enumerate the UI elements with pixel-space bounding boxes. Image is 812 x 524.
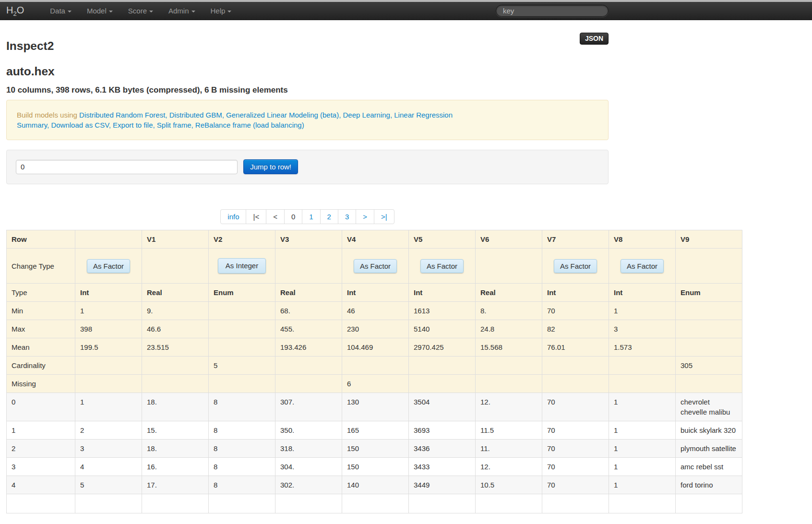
- stat-cell: Int: [342, 284, 409, 302]
- data-cell: 350.: [275, 421, 342, 440]
- stat-cell: [476, 357, 542, 375]
- stat-row-missing: Missing6: [7, 375, 742, 393]
- as-factor-button[interactable]: As Factor: [354, 259, 397, 273]
- stat-cell: 82: [542, 320, 609, 338]
- stat-cell: Enum: [676, 284, 742, 302]
- row-number-input[interactable]: [16, 160, 238, 174]
- pagination-next[interactable]: >: [356, 210, 374, 224]
- stat-cell: 230: [342, 320, 409, 338]
- data-cell: 3504: [409, 393, 476, 421]
- column-header-v1: V1: [142, 230, 209, 249]
- data-cell: 8: [209, 458, 275, 476]
- data-cell: 3693: [409, 421, 476, 440]
- link-distributed-random-forest[interactable]: Distributed Random Forest,: [79, 111, 167, 119]
- nav-menu-model[interactable]: Model: [79, 2, 120, 19]
- data-cell: 165: [342, 421, 409, 440]
- row-label: Missing: [7, 375, 75, 393]
- stat-cell: 46.6: [142, 320, 209, 338]
- data-cell: [609, 494, 676, 513]
- nav-menu-list: DataModelScoreAdminHelp: [42, 2, 239, 19]
- stat-cell: [409, 357, 476, 375]
- data-cell: 1: [609, 421, 676, 440]
- link-rebalance-frame-load-balancing[interactable]: ReBalance frame (load balancing): [195, 121, 304, 129]
- nav-menu-help[interactable]: Help: [203, 2, 239, 19]
- link-deep-learning[interactable]: Deep Learning,: [343, 111, 393, 119]
- data-cell: [542, 494, 609, 513]
- data-cell: 18.: [142, 440, 209, 458]
- pagination-page-1[interactable]: 1: [302, 210, 320, 224]
- data-cell: 1: [75, 393, 142, 421]
- data-cell: 15.: [142, 421, 209, 440]
- stat-cell: 3: [609, 320, 676, 338]
- stat-cell: 305: [676, 357, 742, 375]
- h2o-logo[interactable]: H2O: [6, 5, 24, 17]
- stat-cell: 76.01: [542, 338, 609, 357]
- stat-cell: Real: [275, 284, 342, 302]
- data-cell: 70: [542, 393, 609, 421]
- stat-cell: [142, 375, 209, 393]
- link-split-frame[interactable]: Split frame,: [157, 121, 193, 129]
- stat-cell: [209, 375, 275, 393]
- row-index: 1: [7, 421, 75, 440]
- stat-cell: Int: [542, 284, 609, 302]
- stat-cell: 70: [542, 302, 609, 320]
- stat-row-type: TypeIntRealEnumRealIntIntRealIntIntEnum: [7, 284, 742, 302]
- data-cell: 1: [609, 440, 676, 458]
- stat-cell: 104.469: [342, 338, 409, 357]
- stat-cell: [609, 375, 676, 393]
- data-cell: 70: [542, 440, 609, 458]
- chevron-down-icon: [149, 11, 153, 12]
- data-cell: [409, 494, 476, 513]
- change-type-cell: As Factor: [75, 249, 142, 284]
- table-row: 2318.8318.150343611.701plymouth satellit…: [7, 440, 742, 458]
- as-factor-button[interactable]: As Factor: [87, 259, 130, 273]
- as-integer-button[interactable]: As Integer: [218, 258, 266, 274]
- data-cell: 10.5: [476, 476, 542, 494]
- search-input[interactable]: [496, 5, 609, 17]
- data-cell: 307.: [275, 393, 342, 421]
- change-type-cell: [275, 249, 342, 284]
- stat-cell: [209, 302, 275, 320]
- stat-cell: Int: [609, 284, 676, 302]
- data-cell: plymouth satellite: [676, 440, 742, 458]
- data-cell: 150: [342, 458, 409, 476]
- stat-cell: Enum: [209, 284, 275, 302]
- row-index: 0: [7, 393, 75, 421]
- link-distributed-gbm[interactable]: Distributed GBM,: [169, 111, 224, 119]
- data-cell: ford torino: [676, 476, 742, 494]
- pagination-page-3[interactable]: 3: [338, 210, 356, 224]
- chevron-down-icon: [68, 11, 72, 12]
- link-generalized-linear-modeling-beta[interactable]: Generalized Linear Modeling (beta),: [226, 111, 341, 119]
- nav-menu-admin[interactable]: Admin: [161, 2, 203, 19]
- pagination-info[interactable]: info: [221, 210, 246, 224]
- column-header-v3: V3: [275, 230, 342, 249]
- data-cell: 4: [75, 458, 142, 476]
- link-export-to-file[interactable]: Export to file,: [113, 121, 155, 129]
- data-cell: [75, 494, 142, 513]
- stat-cell: [342, 357, 409, 375]
- json-button[interactable]: JSON: [580, 33, 609, 45]
- data-cell: 1: [609, 476, 676, 494]
- stat-row-min: Min19.68.4616138.701: [7, 302, 742, 320]
- as-factor-button[interactable]: As Factor: [420, 259, 464, 273]
- stat-cell: [676, 338, 742, 357]
- stat-cell: [676, 302, 742, 320]
- jump-to-row-button[interactable]: Jump to row!: [243, 159, 298, 174]
- table-row: 0118.8307.130350412.701chevrolet chevell…: [7, 393, 742, 421]
- pagination-page-2[interactable]: 2: [320, 210, 338, 224]
- link-linear-regression[interactable]: Linear Regression: [394, 111, 453, 119]
- nav-menu-score[interactable]: Score: [120, 2, 161, 19]
- pagination-last[interactable]: >|: [374, 210, 394, 224]
- link-summary[interactable]: Summary,: [17, 121, 49, 129]
- data-cell: 12.: [476, 458, 542, 476]
- data-cell: [476, 494, 542, 513]
- as-factor-button[interactable]: As Factor: [621, 259, 664, 273]
- navbar: H2O DataModelScoreAdminHelp: [0, 2, 812, 20]
- data-cell: 1: [609, 393, 676, 421]
- stat-cell: Int: [409, 284, 476, 302]
- pagination-first: |<: [246, 210, 266, 224]
- nav-menu-data[interactable]: Data: [42, 2, 79, 19]
- link-download-as-csv[interactable]: Download as CSV,: [51, 121, 111, 129]
- as-factor-button[interactable]: As Factor: [554, 259, 597, 273]
- row-index: 3: [7, 458, 75, 476]
